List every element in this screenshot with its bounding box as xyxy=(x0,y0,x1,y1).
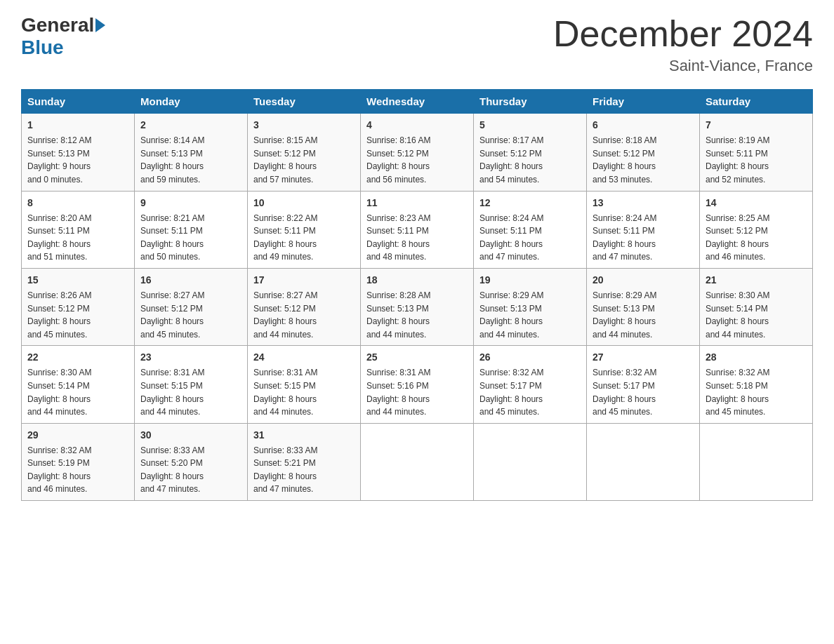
day-number: 5 xyxy=(479,118,581,133)
day-number: 18 xyxy=(366,273,468,288)
day-number: 8 xyxy=(27,196,128,210)
day-info: Sunrise: 8:21 AM Sunset: 5:11 PM Dayligh… xyxy=(140,212,241,264)
calendar-cell: 6Sunrise: 8:18 AM Sunset: 5:12 PM Daylig… xyxy=(587,114,700,191)
day-number: 9 xyxy=(140,196,241,210)
calendar-table: SundayMondayTuesdayWednesdayThursdayFrid… xyxy=(21,89,813,501)
calendar-cell: 28Sunrise: 8:32 AM Sunset: 5:18 PM Dayli… xyxy=(700,346,813,423)
day-info: Sunrise: 8:26 AM Sunset: 5:12 PM Dayligh… xyxy=(27,289,128,341)
calendar-cell: 13Sunrise: 8:24 AM Sunset: 5:11 PM Dayli… xyxy=(587,191,700,268)
column-header-sunday: Sunday xyxy=(22,90,135,114)
title-area: December 2024 Saint-Viance, France xyxy=(553,14,813,75)
day-number: 28 xyxy=(706,350,807,365)
day-info: Sunrise: 8:28 AM Sunset: 5:13 PM Dayligh… xyxy=(366,289,468,341)
calendar-cell: 8Sunrise: 8:20 AM Sunset: 5:11 PM Daylig… xyxy=(22,191,135,268)
calendar-cell xyxy=(474,423,587,500)
day-number: 16 xyxy=(140,273,241,288)
day-number: 27 xyxy=(593,350,694,365)
day-number: 29 xyxy=(27,428,128,443)
logo: General Blue xyxy=(21,14,107,59)
column-header-monday: Monday xyxy=(135,90,248,114)
calendar-cell: 23Sunrise: 8:31 AM Sunset: 5:15 PM Dayli… xyxy=(135,346,248,423)
day-number: 14 xyxy=(706,196,807,210)
calendar-cell: 16Sunrise: 8:27 AM Sunset: 5:12 PM Dayli… xyxy=(135,268,248,345)
day-number: 13 xyxy=(593,196,694,210)
day-number: 23 xyxy=(140,350,241,365)
calendar-cell: 31Sunrise: 8:33 AM Sunset: 5:21 PM Dayli… xyxy=(248,423,361,500)
calendar-cell: 14Sunrise: 8:25 AM Sunset: 5:12 PM Dayli… xyxy=(700,191,813,268)
day-number: 22 xyxy=(27,350,128,365)
calendar-cell: 12Sunrise: 8:24 AM Sunset: 5:11 PM Dayli… xyxy=(474,191,587,268)
day-number: 30 xyxy=(140,428,241,443)
column-header-friday: Friday xyxy=(587,90,700,114)
day-number: 24 xyxy=(253,350,355,365)
day-info: Sunrise: 8:18 AM Sunset: 5:12 PM Dayligh… xyxy=(593,134,694,186)
calendar-cell: 9Sunrise: 8:21 AM Sunset: 5:11 PM Daylig… xyxy=(135,191,248,268)
day-number: 1 xyxy=(27,118,128,133)
column-header-wednesday: Wednesday xyxy=(361,90,474,114)
week-row-3: 15Sunrise: 8:26 AM Sunset: 5:12 PM Dayli… xyxy=(22,268,813,345)
day-number: 31 xyxy=(253,428,355,443)
day-number: 20 xyxy=(593,273,694,288)
day-info: Sunrise: 8:33 AM Sunset: 5:21 PM Dayligh… xyxy=(253,444,355,496)
calendar-cell: 7Sunrise: 8:19 AM Sunset: 5:11 PM Daylig… xyxy=(700,114,813,191)
week-row-5: 29Sunrise: 8:32 AM Sunset: 5:19 PM Dayli… xyxy=(22,423,813,500)
day-info: Sunrise: 8:24 AM Sunset: 5:11 PM Dayligh… xyxy=(593,212,694,264)
day-number: 25 xyxy=(366,350,468,365)
day-info: Sunrise: 8:30 AM Sunset: 5:14 PM Dayligh… xyxy=(706,289,807,341)
calendar-cell: 21Sunrise: 8:30 AM Sunset: 5:14 PM Dayli… xyxy=(700,268,813,345)
day-info: Sunrise: 8:20 AM Sunset: 5:11 PM Dayligh… xyxy=(27,212,128,264)
week-row-2: 8Sunrise: 8:20 AM Sunset: 5:11 PM Daylig… xyxy=(22,191,813,268)
column-header-row: SundayMondayTuesdayWednesdayThursdayFrid… xyxy=(22,90,813,114)
calendar-cell xyxy=(361,423,474,500)
day-info: Sunrise: 8:19 AM Sunset: 5:11 PM Dayligh… xyxy=(706,134,807,186)
day-info: Sunrise: 8:31 AM Sunset: 5:15 PM Dayligh… xyxy=(140,366,241,418)
calendar-cell xyxy=(587,423,700,500)
day-info: Sunrise: 8:32 AM Sunset: 5:19 PM Dayligh… xyxy=(27,444,128,496)
calendar-cell: 2Sunrise: 8:14 AM Sunset: 5:13 PM Daylig… xyxy=(135,114,248,191)
month-title: December 2024 xyxy=(553,14,813,54)
calendar-cell: 11Sunrise: 8:23 AM Sunset: 5:11 PM Dayli… xyxy=(361,191,474,268)
day-info: Sunrise: 8:27 AM Sunset: 5:12 PM Dayligh… xyxy=(140,289,241,341)
calendar-cell: 24Sunrise: 8:31 AM Sunset: 5:15 PM Dayli… xyxy=(248,346,361,423)
calendar-cell: 22Sunrise: 8:30 AM Sunset: 5:14 PM Dayli… xyxy=(22,346,135,423)
day-info: Sunrise: 8:27 AM Sunset: 5:12 PM Dayligh… xyxy=(253,289,355,341)
day-info: Sunrise: 8:17 AM Sunset: 5:12 PM Dayligh… xyxy=(479,134,581,186)
day-info: Sunrise: 8:32 AM Sunset: 5:17 PM Dayligh… xyxy=(593,366,694,418)
day-info: Sunrise: 8:32 AM Sunset: 5:18 PM Dayligh… xyxy=(706,366,807,418)
day-number: 21 xyxy=(706,273,807,288)
day-info: Sunrise: 8:15 AM Sunset: 5:12 PM Dayligh… xyxy=(253,134,355,186)
day-info: Sunrise: 8:22 AM Sunset: 5:11 PM Dayligh… xyxy=(253,212,355,264)
calendar-cell: 1Sunrise: 8:12 AM Sunset: 5:13 PM Daylig… xyxy=(22,114,135,191)
day-info: Sunrise: 8:12 AM Sunset: 5:13 PM Dayligh… xyxy=(27,134,128,186)
day-info: Sunrise: 8:30 AM Sunset: 5:14 PM Dayligh… xyxy=(27,366,128,418)
day-number: 26 xyxy=(479,350,581,365)
day-number: 7 xyxy=(706,118,807,133)
day-number: 17 xyxy=(253,273,355,288)
calendar-cell: 5Sunrise: 8:17 AM Sunset: 5:12 PM Daylig… xyxy=(474,114,587,191)
column-header-thursday: Thursday xyxy=(474,90,587,114)
week-row-4: 22Sunrise: 8:30 AM Sunset: 5:14 PM Dayli… xyxy=(22,346,813,423)
day-number: 2 xyxy=(140,118,241,133)
calendar-cell: 4Sunrise: 8:16 AM Sunset: 5:12 PM Daylig… xyxy=(361,114,474,191)
calendar-cell: 18Sunrise: 8:28 AM Sunset: 5:13 PM Dayli… xyxy=(361,268,474,345)
calendar-cell: 25Sunrise: 8:31 AM Sunset: 5:16 PM Dayli… xyxy=(361,346,474,423)
calendar-cell: 27Sunrise: 8:32 AM Sunset: 5:17 PM Dayli… xyxy=(587,346,700,423)
logo-general-text: General xyxy=(21,14,94,36)
day-number: 4 xyxy=(366,118,468,133)
day-info: Sunrise: 8:23 AM Sunset: 5:11 PM Dayligh… xyxy=(366,212,468,264)
calendar-cell: 10Sunrise: 8:22 AM Sunset: 5:11 PM Dayli… xyxy=(248,191,361,268)
week-row-1: 1Sunrise: 8:12 AM Sunset: 5:13 PM Daylig… xyxy=(22,114,813,191)
calendar-cell: 15Sunrise: 8:26 AM Sunset: 5:12 PM Dayli… xyxy=(22,268,135,345)
day-info: Sunrise: 8:25 AM Sunset: 5:12 PM Dayligh… xyxy=(706,212,807,264)
logo-blue-text: Blue xyxy=(21,36,64,59)
day-info: Sunrise: 8:33 AM Sunset: 5:20 PM Dayligh… xyxy=(140,444,241,496)
calendar-cell: 19Sunrise: 8:29 AM Sunset: 5:13 PM Dayli… xyxy=(474,268,587,345)
day-number: 3 xyxy=(253,118,355,133)
day-info: Sunrise: 8:24 AM Sunset: 5:11 PM Dayligh… xyxy=(479,212,581,264)
calendar-cell: 30Sunrise: 8:33 AM Sunset: 5:20 PM Dayli… xyxy=(135,423,248,500)
day-info: Sunrise: 8:31 AM Sunset: 5:16 PM Dayligh… xyxy=(366,366,468,418)
day-number: 6 xyxy=(593,118,694,133)
day-info: Sunrise: 8:29 AM Sunset: 5:13 PM Dayligh… xyxy=(479,289,581,341)
calendar-cell: 20Sunrise: 8:29 AM Sunset: 5:13 PM Dayli… xyxy=(587,268,700,345)
day-info: Sunrise: 8:32 AM Sunset: 5:17 PM Dayligh… xyxy=(479,366,581,418)
